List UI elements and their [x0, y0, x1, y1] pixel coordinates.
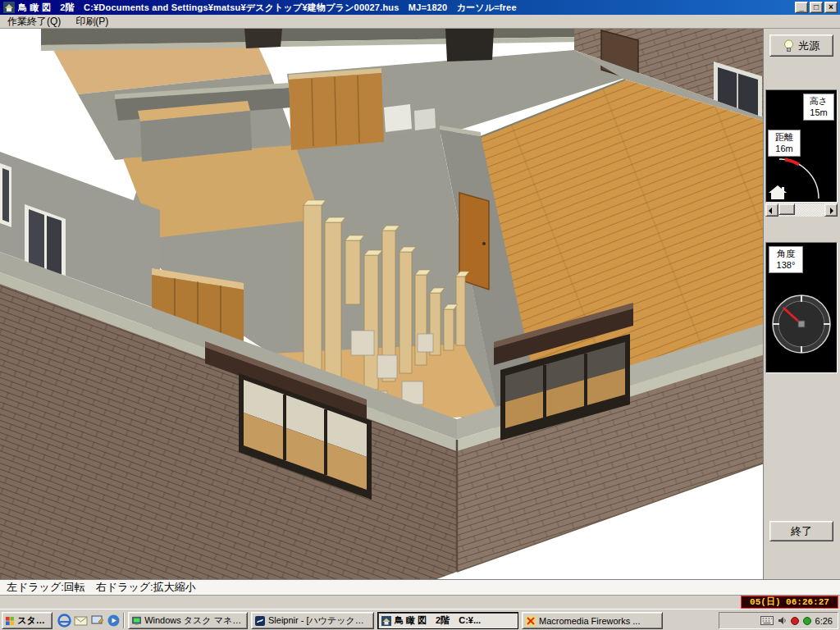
- tray-clock[interactable]: 6:26: [815, 616, 833, 626]
- birdview-task-icon: [381, 616, 391, 626]
- desktop-clock-overlay: 05(日) 06:26:27: [741, 596, 838, 609]
- light-source-label: 光源: [798, 39, 819, 53]
- keyboard-icon[interactable]: [760, 616, 774, 625]
- task-label: Macromedia Fireworks ...: [539, 616, 640, 626]
- status-bar: 左ドラッグ:回転 右ドラッグ:拡大縮小: [0, 579, 840, 596]
- distance-scrollbar[interactable]: [765, 203, 838, 217]
- distance-label: 距離: [769, 131, 800, 143]
- lightbulb-icon: [783, 39, 794, 52]
- drag-hint-text: 左ドラッグ:回転 右ドラッグ:拡大縮小: [7, 580, 196, 595]
- application-window: 鳥 瞰 図 2階 C:¥Documents and Settings¥matsu…: [0, 0, 840, 630]
- maximize-button[interactable]: □: [810, 2, 823, 13]
- minimize-button[interactable]: _: [795, 2, 808, 13]
- angle-value: 138°: [769, 259, 802, 271]
- status-red-icon[interactable]: [791, 617, 799, 625]
- dial-center-knob: [798, 321, 805, 327]
- window-title: 鳥 瞰 図 2階 C:¥Documents and Settings¥matsu…: [18, 2, 795, 14]
- task-button-birdview-active[interactable]: 鳥 瞰 図 2階 C:¥...: [377, 612, 518, 629]
- right-arrow-icon: [830, 208, 833, 214]
- windows-logo-icon: [6, 616, 14, 626]
- fireworks-icon: [526, 616, 536, 626]
- light-source-button[interactable]: 光源: [769, 34, 833, 57]
- taskbar: スタート Windows タスク マネージャ: [0, 609, 840, 630]
- task-manager-icon: [132, 616, 141, 626]
- sleipnir-icon: [255, 616, 265, 626]
- left-arrow-icon: [769, 208, 772, 214]
- distance-readout: 距離 16m: [768, 130, 801, 157]
- task-label: 鳥 瞰 図 2階 C:¥...: [395, 614, 481, 627]
- angle-readout: 角度 138°: [769, 246, 803, 273]
- show-desktop-icon[interactable]: [90, 614, 104, 628]
- house-3d-scene: [0, 29, 764, 579]
- scroll-right-button[interactable]: [824, 203, 838, 217]
- start-button[interactable]: スタート: [2, 612, 52, 629]
- task-label: Sleipnir - [ハウテックHP]: [268, 614, 370, 627]
- camera-elevation-dial[interactable]: [766, 154, 837, 202]
- camera-position-panel[interactable]: 高さ 15m 距離 16m: [765, 89, 838, 203]
- scrollbar-track[interactable]: [778, 203, 824, 217]
- angle-panel[interactable]: 角度 138°: [765, 242, 838, 373]
- height-readout: 高さ 15m: [803, 94, 834, 121]
- task-label: Windows タスク マネージャ: [144, 614, 244, 627]
- task-button-sleipnir[interactable]: Sleipnir - [ハウテックHP]: [251, 612, 374, 629]
- control-sidebar: 光源 高さ 15m 距離 16m: [764, 29, 840, 579]
- menu-bar: 作業終了(Q) 印刷(P): [0, 15, 840, 29]
- menu-item-exit-work[interactable]: 作業終了(Q): [0, 14, 68, 30]
- render-canvas[interactable]: [0, 29, 764, 579]
- scroll-left-button[interactable]: [765, 203, 778, 217]
- angle-compass-dial[interactable]: [766, 276, 837, 372]
- app-icon: [3, 2, 15, 13]
- start-label: スタート: [17, 614, 48, 627]
- distance-value: 16m: [769, 143, 800, 154]
- exit-button[interactable]: 終了: [769, 521, 833, 541]
- system-tray: 6:26: [719, 612, 838, 629]
- task-button-taskmgr[interactable]: Windows タスク マネージャ: [128, 612, 248, 629]
- height-value: 15m: [804, 107, 833, 118]
- volume-icon[interactable]: [778, 616, 787, 625]
- title-bar[interactable]: 鳥 瞰 図 2階 C:¥Documents and Settings¥matsu…: [0, 0, 840, 15]
- angle-label: 角度: [769, 248, 802, 259]
- mail-icon[interactable]: [74, 614, 88, 628]
- task-button-fireworks[interactable]: Macromedia Fireworks ...: [522, 612, 663, 629]
- taskbar-separator: [123, 613, 125, 628]
- status-green-icon[interactable]: [803, 617, 811, 625]
- scrollbar-thumb[interactable]: [778, 203, 795, 215]
- house-icon: [769, 185, 787, 199]
- height-label: 高さ: [804, 95, 833, 107]
- lower-strip: [0, 596, 840, 609]
- media-icon[interactable]: [107, 614, 121, 628]
- close-button[interactable]: ×: [824, 2, 838, 13]
- menu-item-print[interactable]: 印刷(P): [68, 14, 116, 30]
- ie-icon[interactable]: [57, 614, 71, 628]
